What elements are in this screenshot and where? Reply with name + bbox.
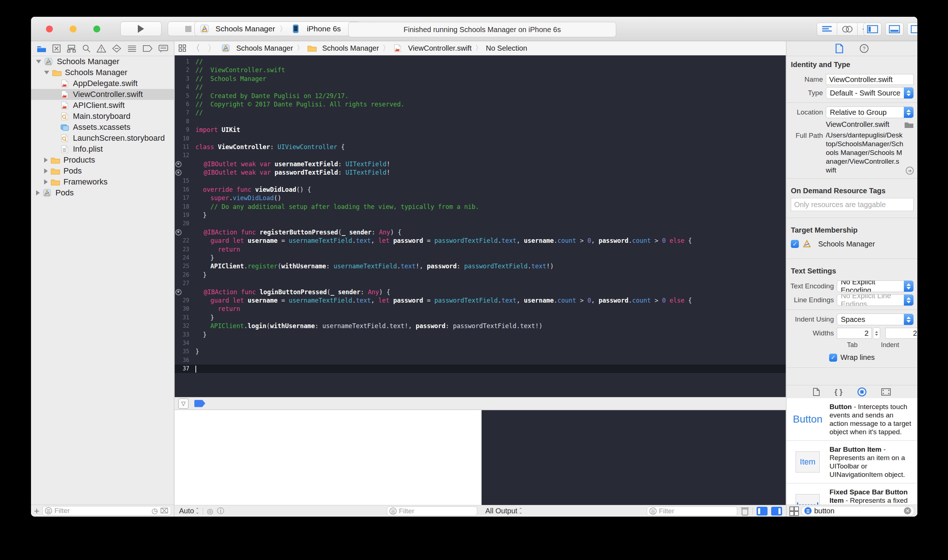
resource-tags-field[interactable]: Only resources are taggable (791, 198, 914, 211)
object-library-tab[interactable] (857, 387, 867, 397)
breadcrumb-item[interactable]: Schools Manager (221, 44, 293, 52)
file-tree-row[interactable]: APIClient.swift (31, 100, 174, 111)
encoding-popup[interactable]: No Explicit Encoding (837, 280, 914, 292)
code-line[interactable]: 36 (175, 356, 786, 365)
library-search-field[interactable]: button ✕ (801, 506, 914, 516)
assistant-editor-button[interactable] (837, 23, 857, 36)
code-line[interactable]: 22 guard let username = usernameTextFiel… (175, 237, 786, 245)
code-line[interactable]: 29 guard let username = usernameTextFiel… (175, 296, 786, 305)
type-popup[interactable]: Default - Swift Source (826, 87, 914, 99)
standard-editor-button[interactable] (817, 23, 837, 36)
code-line[interactable]: 12 (175, 151, 786, 160)
code-line[interactable]: 35} (175, 348, 786, 356)
breadcrumb-item[interactable]: No Selection (486, 44, 527, 52)
code-line[interactable]: 5// Created by Dante Puglisi on 12/29/17… (175, 92, 786, 100)
wrap-lines-checkbox[interactable]: ✓ (829, 354, 837, 362)
show-console-pane-button[interactable] (771, 507, 782, 515)
code-line[interactable]: @IBAction func registerButtonPressed(_ s… (175, 228, 786, 237)
code-line[interactable]: 17 super.viewDidLoad() (175, 194, 786, 202)
variables-scope-popup[interactable]: Auto ⌃⌄ (179, 507, 199, 515)
file-tree-row[interactable]: Pods (31, 188, 174, 198)
console-view[interactable] (482, 410, 786, 505)
search-navigator-tab[interactable] (82, 44, 91, 53)
disclosure-triangle-icon[interactable] (44, 168, 48, 174)
minimize-window-button[interactable] (70, 26, 77, 32)
code-line[interactable]: 27 (175, 279, 786, 288)
show-variables-pane-button[interactable] (757, 507, 768, 515)
variables-view[interactable] (175, 410, 482, 505)
breakpoints-toggle-icon[interactable] (194, 400, 205, 407)
code-line[interactable]: @IBOutlet weak var passwordTextField: UI… (175, 168, 786, 177)
variables-filter-field[interactable]: Filter (387, 506, 477, 516)
disclosure-triangle-icon[interactable] (44, 157, 48, 163)
source-control-filter-icon[interactable]: ⌧ (160, 506, 168, 515)
run-button[interactable] (120, 22, 162, 36)
close-window-button[interactable] (46, 26, 53, 32)
connection-well-icon[interactable] (175, 160, 190, 168)
file-tree-row[interactable]: Main.storyboard (31, 111, 174, 122)
code-line[interactable]: 9import UIKit (175, 126, 786, 134)
related-items-icon[interactable] (178, 44, 186, 52)
breadcrumb-item[interactable]: ViewController.swift (393, 44, 471, 52)
file-template-library-tab[interactable] (813, 388, 820, 396)
code-line[interactable]: 31 } (175, 314, 786, 322)
file-inspector-tab[interactable] (835, 44, 843, 53)
disclosure-triangle-icon[interactable] (36, 190, 40, 195)
tab-width-field[interactable]: 2 (837, 328, 872, 339)
quick-help-tab[interactable]: ? (859, 44, 869, 53)
scheme-selector[interactable]: Schools Manager 〉 iPhone 6s (194, 22, 360, 36)
issue-navigator-tab[interactable] (97, 44, 106, 53)
disclosure-triangle-icon[interactable] (44, 71, 49, 74)
code-line[interactable]: 19 } (175, 211, 786, 220)
breakpoint-navigator-tab[interactable] (143, 45, 153, 52)
indent-width-field[interactable]: 2 (885, 328, 917, 339)
code-line[interactable]: 24 } (175, 254, 786, 262)
code-line[interactable]: 7// (175, 109, 786, 117)
indentusing-popup[interactable]: Spaces (837, 314, 914, 325)
code-line[interactable]: 16 override func viewDidLoad() { (175, 186, 786, 194)
code-line[interactable]: 1// (175, 58, 786, 66)
location-popup[interactable]: Relative to Group (826, 106, 914, 118)
toggle-debug-area-button[interactable] (885, 23, 903, 36)
code-line[interactable]: 23 return (175, 245, 786, 254)
console-output-popup[interactable]: All Output ⌃⌄ (485, 507, 522, 515)
code-line[interactable]: 26 } (175, 271, 786, 279)
tab-width-stepper[interactable] (873, 328, 880, 339)
library-view-mode-icon[interactable] (789, 506, 798, 515)
media-library-tab[interactable] (881, 388, 891, 395)
file-tree-row[interactable]: Schools Manager (31, 56, 174, 67)
zoom-window-button[interactable] (93, 26, 100, 32)
code-line[interactable]: 10 (175, 135, 786, 143)
clear-search-icon[interactable]: ✕ (904, 507, 911, 514)
code-line[interactable]: 37 (175, 365, 786, 373)
code-line[interactable]: 3// Schools Manager (175, 75, 786, 83)
code-line[interactable]: 32 APIClient.login(withUsername: usernam… (175, 322, 786, 330)
name-field[interactable]: ViewController.swift (826, 74, 914, 85)
debug-navigator-tab[interactable] (127, 45, 137, 52)
console-filter-field[interactable]: Filter (647, 506, 737, 516)
file-tree-row[interactable]: Info.plist (31, 144, 174, 155)
file-tree-row[interactable]: Schools Manager (31, 67, 174, 78)
code-line[interactable]: 6// Copyright © 2017 Dante Puglisi. All … (175, 100, 786, 109)
code-line[interactable]: 18 // Do any additional setup after load… (175, 203, 786, 211)
code-line[interactable]: 4// (175, 83, 786, 92)
file-tree-row[interactable]: AppDelegate.swift (31, 78, 174, 89)
code-line[interactable]: 20 (175, 220, 786, 228)
code-line[interactable]: 34 (175, 339, 786, 348)
file-tree-row[interactable]: LaunchScreen.storyboard (31, 133, 174, 144)
quicklook-info-icon[interactable]: ⓘ (217, 506, 224, 516)
find-navigator-tab[interactable] (67, 44, 76, 53)
library-item[interactable]: ButtonButton - Intercepts touch events a… (786, 398, 917, 441)
code-line[interactable]: 15 (175, 177, 786, 185)
file-tree-row[interactable]: Products (31, 155, 174, 166)
test-navigator-tab[interactable] (112, 44, 122, 53)
breadcrumb-item[interactable]: Schools Manager (307, 44, 379, 52)
file-tree-row[interactable]: Assets.xcassets (31, 122, 174, 133)
choose-folder-icon[interactable] (904, 121, 914, 128)
file-tree-row[interactable]: Pods (31, 166, 174, 177)
connection-well-icon[interactable] (175, 168, 190, 177)
code-line[interactable]: 30 return (175, 305, 786, 313)
code-line[interactable]: 33 } (175, 331, 786, 339)
disclosure-triangle-icon[interactable] (44, 179, 48, 185)
code-line[interactable]: @IBOutlet weak var usernameTextField: UI… (175, 160, 786, 168)
